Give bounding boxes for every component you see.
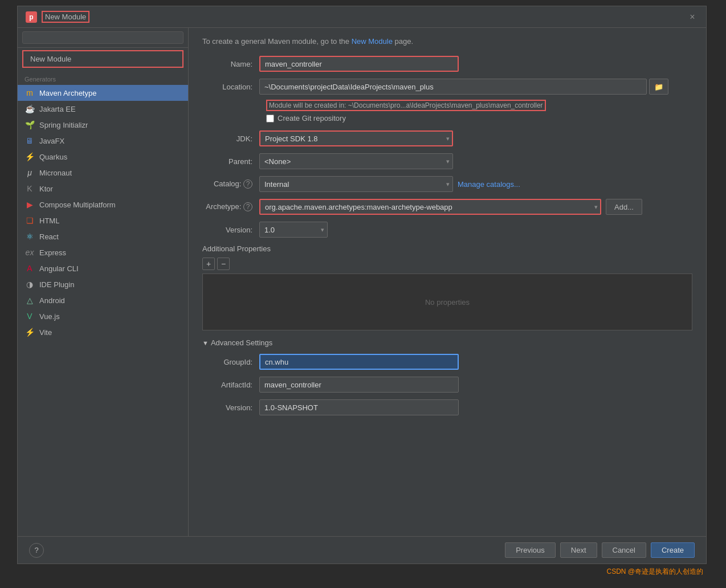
sidebar-item-ktor[interactable]: K Ktor <box>18 181 188 197</box>
adv-version-row: Version: <box>202 399 692 415</box>
sidebar-item-label-vite: Vite <box>39 328 52 337</box>
sidebar-item-vuejs[interactable]: V Vue.js <box>18 308 188 324</box>
jdk-select[interactable]: Project SDK 1.8 <box>259 130 453 146</box>
parent-label: Parent: <box>202 157 259 166</box>
sidebar-item-vite[interactable]: ⚡ Vite <box>18 324 188 340</box>
sidebar-item-label-ktor: Ktor <box>39 185 53 193</box>
location-browse-button[interactable]: 📁 <box>649 79 668 95</box>
git-row: Create Git repository <box>266 114 692 122</box>
sidebar-item-javafx[interactable]: 🖥 JavaFX <box>18 133 188 149</box>
add-button[interactable]: Add... <box>606 199 642 215</box>
catalog-label-text: Catalog: <box>214 179 241 188</box>
add-prop-button[interactable]: + <box>202 258 215 270</box>
adv-version-input[interactable] <box>259 399 459 415</box>
git-label: Create Git repository <box>278 114 346 122</box>
remove-prop-button[interactable]: − <box>217 258 230 270</box>
git-checkbox[interactable] <box>266 115 274 122</box>
footer-bar: ? Previous Next Cancel Create <box>18 536 706 564</box>
vite-icon: ⚡ <box>25 327 35 337</box>
compose-icon: ▶ <box>25 199 35 210</box>
main-area: New Module Generators m Maven Archetype … <box>18 28 706 536</box>
close-button[interactable]: × <box>687 11 698 23</box>
sidebar-item-label-ide-plugin: IDE Plugin <box>39 280 74 289</box>
sidebar-item-label-react: React <box>39 232 59 241</box>
sidebar: New Module Generators m Maven Archetype … <box>18 28 189 536</box>
title-bar-left: p New Module <box>26 11 89 23</box>
next-button[interactable]: Next <box>560 542 597 558</box>
groupid-row: GroupId: <box>202 354 692 370</box>
sidebar-new-module-label: New Module <box>22 50 183 68</box>
archetype-help-icon[interactable]: ? <box>243 202 252 211</box>
sidebar-item-label-android: Android <box>39 296 65 305</box>
sidebar-item-label-quarkus: Quarkus <box>39 153 67 161</box>
version-label: Version: <box>202 226 259 234</box>
info-text: To create a general Maven module, go to … <box>202 37 349 46</box>
no-properties-text: No properties <box>425 298 470 307</box>
sidebar-item-label-spring-initializr: Spring Initializr <box>39 121 88 129</box>
sidebar-item-label-micronaut: Micronaut <box>39 169 72 177</box>
sidebar-item-ide-plugin[interactable]: ◑ IDE Plugin <box>18 276 188 292</box>
artifactid-row: ArtifactId: <box>202 377 692 393</box>
javafx-icon: 🖥 <box>25 136 35 146</box>
create-button[interactable]: Create <box>651 542 695 558</box>
sidebar-item-maven-archetype[interactable]: m Maven Archetype <box>18 85 188 101</box>
archetype-label: Archetype: ? <box>202 202 259 211</box>
sidebar-item-label-compose: Compose Multiplatform <box>39 201 116 209</box>
content-area: To create a general Maven module, go to … <box>189 28 706 536</box>
sidebar-item-android[interactable]: △ Android <box>18 292 188 308</box>
jakarta-ee-icon: ☕ <box>25 104 35 114</box>
catalog-help-icon[interactable]: ? <box>243 179 252 189</box>
new-module-link[interactable]: New Module <box>352 37 393 46</box>
artifactid-input[interactable] <box>259 377 459 393</box>
quarkus-icon: ⚡ <box>25 152 35 162</box>
version-select-wrapper: 1.0 ▾ <box>259 222 328 238</box>
location-input[interactable] <box>259 79 647 95</box>
version-select[interactable]: 1.0 <box>259 222 328 238</box>
sidebar-item-label-jakarta-ee: Jakarta EE <box>39 105 76 113</box>
html-icon: ❏ <box>25 215 35 226</box>
groupid-input[interactable] <box>259 354 459 370</box>
watermark-text: CSDN @奇迹是执着的人创造的 <box>606 567 703 575</box>
previous-button[interactable]: Previous <box>505 542 556 558</box>
search-input[interactable] <box>22 31 183 44</box>
location-row: Location: 📁 <box>202 79 692 95</box>
help-button[interactable]: ? <box>29 543 44 558</box>
advanced-toggle[interactable]: ▼ Advanced Settings <box>202 338 692 347</box>
sidebar-item-react[interactable]: ⚛ React <box>18 228 188 244</box>
archetype-label-text: Archetype: <box>206 202 241 211</box>
sidebar-item-jakarta-ee[interactable]: ☕ Jakarta EE <box>18 101 188 117</box>
archetype-input-area: org.apache.maven.archetypes:maven-archet… <box>259 199 642 215</box>
sidebar-item-html[interactable]: ❏ HTML <box>18 213 188 228</box>
jdk-label: JDK: <box>202 134 259 143</box>
parent-select[interactable]: <None> <box>259 153 453 169</box>
catalog-select[interactable]: Internal <box>259 176 453 192</box>
express-icon: ex <box>25 247 35 258</box>
parent-select-wrapper: <None> ▾ <box>259 153 453 169</box>
new-module-dialog: p New Module × New Module Generators m M… <box>17 6 707 564</box>
name-input[interactable] <box>259 56 459 72</box>
sidebar-item-label-angular: Angular CLI <box>39 264 79 273</box>
advanced-section: ▼ Advanced Settings GroupId: ArtifactId:… <box>202 338 692 415</box>
sidebar-item-micronaut[interactable]: μ Micronaut <box>18 165 188 181</box>
micronaut-icon: μ <box>25 168 35 178</box>
location-input-area: 📁 <box>259 79 668 95</box>
name-label: Name: <box>202 60 259 68</box>
info-text2: page. <box>395 37 414 46</box>
sidebar-item-label-express: Express <box>39 248 66 257</box>
sidebar-item-express[interactable]: ex Express <box>18 244 188 260</box>
cancel-button[interactable]: Cancel <box>602 542 646 558</box>
manage-catalogs-link[interactable]: Manage catalogs... <box>458 180 520 189</box>
react-icon: ⚛ <box>25 231 35 242</box>
sidebar-item-quarkus[interactable]: ⚡ Quarkus <box>18 149 188 165</box>
archetype-select[interactable]: org.apache.maven.archetypes:maven-archet… <box>259 199 601 215</box>
sidebar-item-label-vuejs: Vue.js <box>39 312 60 321</box>
sidebar-item-label-javafx: JavaFX <box>39 137 64 145</box>
archetype-select-wrapper: org.apache.maven.archetypes:maven-archet… <box>259 199 601 215</box>
watermark: CSDN @奇迹是执着的人创造的 <box>606 567 703 577</box>
sidebar-item-spring-initializr[interactable]: 🌱 Spring Initializr <box>18 117 188 133</box>
vuejs-icon: V <box>25 311 35 321</box>
sidebar-item-compose[interactable]: ▶ Compose Multiplatform <box>18 197 188 213</box>
sidebar-item-angular[interactable]: A Angular CLI <box>18 260 188 276</box>
footer-left: ? <box>29 543 44 558</box>
catalog-input-area: Internal ▾ Manage catalogs... <box>259 176 520 192</box>
